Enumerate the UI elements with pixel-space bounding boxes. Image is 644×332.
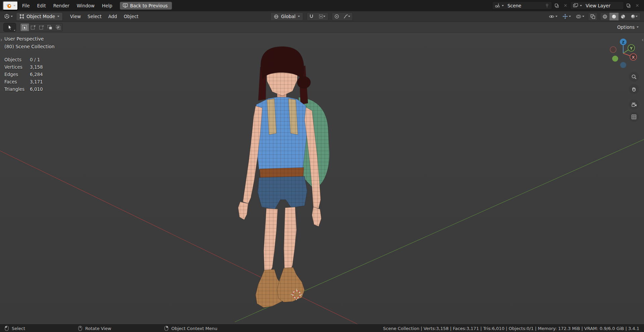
proportional-edit-toggle[interactable] <box>332 12 341 21</box>
menu-object[interactable]: Object <box>120 12 142 20</box>
gizmo-axis-neg-z[interactable] <box>620 62 626 68</box>
tool-settings-row: Options <box>0 22 644 33</box>
gizmo-axis-x[interactable]: X <box>630 54 637 60</box>
xray-toggle-button[interactable] <box>588 12 597 21</box>
gizmo-axis-neg-x[interactable] <box>610 47 616 53</box>
new-view-layer-button[interactable] <box>625 2 633 10</box>
options-label: Options <box>617 24 635 30</box>
gizmo-axis-z[interactable]: Z <box>620 39 627 45</box>
toolbar-expand-chevron[interactable]: › <box>0 37 2 43</box>
menu-window[interactable]: Window <box>73 2 98 10</box>
falloff-curve-icon <box>343 14 348 19</box>
close-icon: ✕ <box>564 3 568 8</box>
view-layer-name-field[interactable]: View Layer <box>584 3 621 8</box>
viewport-canvas[interactable] <box>0 33 644 324</box>
snap-target-icon <box>319 14 323 19</box>
rendered-sphere-icon <box>631 14 636 19</box>
shading-material-button[interactable] <box>619 12 628 21</box>
shading-rendered-button[interactable] <box>628 12 640 21</box>
menu-select[interactable]: Select <box>84 12 105 20</box>
select-mode-set-button[interactable] <box>20 23 29 31</box>
chevron-down-icon <box>555 16 557 17</box>
object-mode-icon <box>19 14 24 19</box>
object-type-visibility-dropdown[interactable] <box>547 13 559 20</box>
gizmo-x-label: X <box>632 55 635 60</box>
back-to-previous-button[interactable]: Back to Previous <box>120 2 172 10</box>
select-extend-icon <box>31 25 36 30</box>
menu-view[interactable]: View <box>67 12 84 20</box>
orientation-selector[interactable]: Global <box>270 12 303 21</box>
snap-toggle-button[interactable] <box>307 12 316 21</box>
blender-logo-menu[interactable] <box>3 1 18 10</box>
mouse-hints: Select Rotate View Object Context Menu <box>5 326 217 331</box>
new-scene-button[interactable] <box>553 2 561 10</box>
character-model[interactable] <box>235 43 335 311</box>
scene-info-readout: Scene Collection | Verts:3,158 | Faces:3… <box>383 326 639 331</box>
menu-edit[interactable]: Edit <box>34 2 49 10</box>
duplicate-icon <box>626 3 631 8</box>
chevron-down-icon <box>323 16 325 17</box>
grid-icon <box>631 114 637 120</box>
xray-icon <box>590 14 595 19</box>
gizmos-toggle-dropdown[interactable] <box>561 13 572 20</box>
menu-help[interactable]: Help <box>99 2 116 10</box>
magnet-icon <box>309 14 314 19</box>
view-layer-selector[interactable]: View Layer <box>570 1 624 10</box>
zoom-button[interactable] <box>629 72 639 82</box>
options-dropdown[interactable]: Options <box>615 23 641 31</box>
tweak-tool-button[interactable] <box>3 23 16 32</box>
overlays-toggle-dropdown[interactable] <box>575 13 586 20</box>
scene-selector[interactable]: Scene <box>492 1 552 10</box>
chevron-down-icon <box>637 26 639 28</box>
camera-icon <box>631 102 637 107</box>
menu-file[interactable]: File <box>19 2 33 10</box>
pin-icon[interactable] <box>545 3 549 8</box>
proportional-circle-icon <box>334 14 339 19</box>
unlink-scene-button[interactable]: ✕ <box>561 2 570 10</box>
overlays-icon <box>576 14 581 19</box>
select-mode-subtract-button[interactable] <box>37 23 46 31</box>
select-mode-invert-button[interactable] <box>46 23 54 31</box>
mode-selector[interactable]: Object Mode <box>16 12 63 21</box>
navigation-gizmo[interactable]: Z Y X <box>608 38 639 69</box>
menu-render[interactable]: Render <box>50 2 73 10</box>
tool-options-corner <box>14 29 15 31</box>
orthographic-toggle-button[interactable] <box>629 112 639 122</box>
select-mode-extend-button[interactable] <box>29 23 37 31</box>
select-mode-intersect-button[interactable] <box>54 23 62 31</box>
gizmo-axis-neg-y[interactable] <box>612 56 618 62</box>
chevron-down-icon <box>502 5 504 6</box>
hint-context-menu: Object Context Menu <box>164 326 217 331</box>
editor-type-selector[interactable] <box>2 13 15 20</box>
solid-sphere-icon <box>611 14 616 19</box>
viewport-display-cluster <box>547 12 642 21</box>
remove-view-layer-button[interactable]: ✕ <box>633 2 641 10</box>
wireframe-sphere-icon <box>602 14 607 19</box>
pan-hand-button[interactable] <box>629 84 639 94</box>
camera-view-button[interactable] <box>629 99 639 110</box>
gizmo-axis-y[interactable]: Y <box>628 45 635 51</box>
visibility-eye-icon <box>549 14 554 19</box>
chevron-down-icon <box>57 16 59 17</box>
gizmo-arrows-icon <box>562 14 568 19</box>
snap-settings-button[interactable] <box>316 12 328 21</box>
select-invert-icon <box>47 25 52 30</box>
viewport-3d[interactable]: User Perspective (80) Scene Collection O… <box>0 33 644 324</box>
sidebar-expand-chevron[interactable]: ‹ <box>642 37 644 43</box>
close-icon: ✕ <box>636 3 639 8</box>
chevron-down-icon <box>298 16 300 17</box>
shading-solid-button[interactable] <box>609 12 619 21</box>
hint-rotate-view: Rotate View <box>78 326 111 331</box>
menu-add[interactable]: Add <box>105 12 120 20</box>
global-orientation-icon <box>274 14 279 19</box>
viewport-menus: View Select Add Object <box>67 12 142 20</box>
hint-label: Rotate View <box>85 326 111 331</box>
select-intersect-icon <box>56 25 61 30</box>
scene-icon <box>495 3 500 8</box>
shading-wireframe-button[interactable] <box>600 12 609 21</box>
chevron-down-icon <box>11 16 13 17</box>
scene-name-field[interactable]: Scene <box>505 3 543 8</box>
proportional-falloff-button[interactable] <box>341 12 353 21</box>
shading-mode-group <box>600 12 641 21</box>
gizmo-y-label: Y <box>630 46 633 51</box>
